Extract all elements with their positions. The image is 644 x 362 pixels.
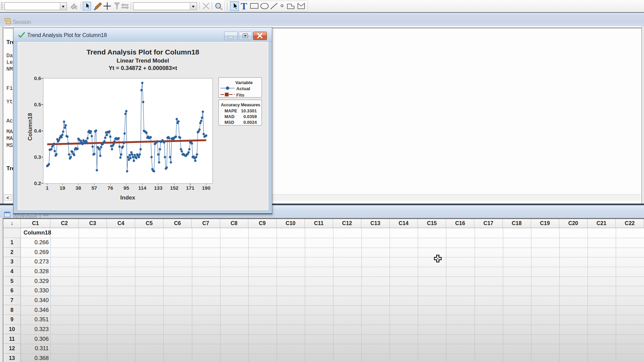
svg-text:76: 76 <box>108 185 113 191</box>
svg-text:152: 152 <box>170 185 178 191</box>
svg-text:19: 19 <box>59 185 65 191</box>
svg-text:38: 38 <box>76 185 81 191</box>
svg-text:57: 57 <box>91 185 97 191</box>
svg-text:0.6: 0.6 <box>34 76 41 81</box>
svg-text:190: 190 <box>202 185 210 191</box>
svg-text:1: 1 <box>46 185 48 191</box>
svg-text:0.3: 0.3 <box>34 154 41 160</box>
svg-text:114: 114 <box>138 185 147 191</box>
svg-text:95: 95 <box>123 185 129 191</box>
svg-text:133: 133 <box>154 185 162 191</box>
svg-text:0.4: 0.4 <box>34 128 41 134</box>
svg-text:0.5: 0.5 <box>34 102 41 107</box>
svg-text:171: 171 <box>186 185 194 191</box>
svg-text:0.2: 0.2 <box>34 180 41 186</box>
